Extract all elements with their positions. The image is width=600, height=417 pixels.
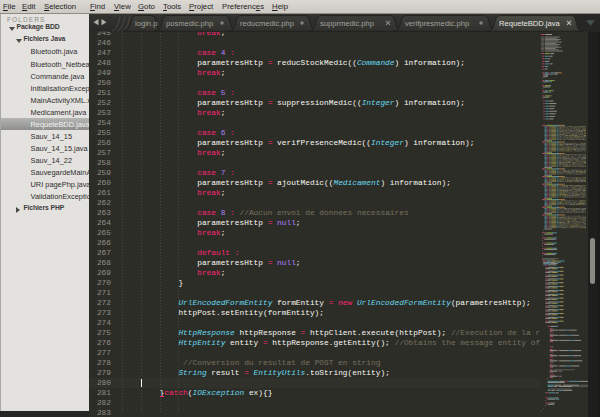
svg-text:RequeteBDD.java: RequeteBDD.java — [499, 19, 561, 28]
svg-text:reducmedic.php: reducmedic.php — [240, 19, 294, 28]
svg-text:login.p: login.p — [135, 19, 157, 28]
svg-text:verifpresmedic.php: verifpresmedic.php — [405, 19, 469, 28]
svg-text:supprmedic.php: supprmedic.php — [320, 19, 374, 28]
svg-text:posmedic.php: posmedic.php — [166, 19, 213, 28]
